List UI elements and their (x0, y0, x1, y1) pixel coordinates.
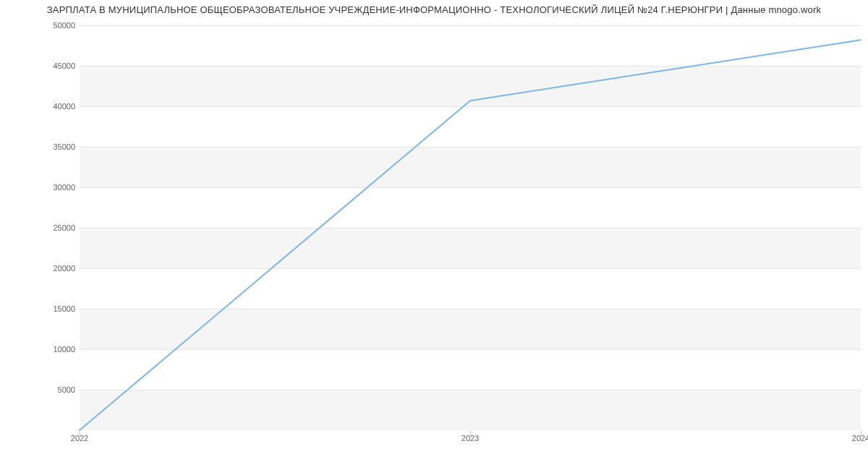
y-tick-label: 50000 (10, 21, 75, 30)
line-series (80, 25, 861, 430)
y-tick-label: 10000 (10, 345, 75, 354)
x-tick-mark (470, 430, 471, 436)
y-tick-label: 35000 (10, 142, 75, 151)
y-tick-label: 5000 (10, 385, 75, 394)
x-tick-label: 2024 (852, 434, 868, 443)
x-tick-mark (861, 430, 861, 436)
chart-title: ЗАРПЛАТА В МУНИЦИПАЛЬНОЕ ОБЩЕОБРАЗОВАТЕЛ… (0, 4, 868, 15)
chart-container: ЗАРПЛАТА В МУНИЦИПАЛЬНОЕ ОБЩЕОБРАЗОВАТЕЛ… (0, 0, 868, 470)
y-tick-label: 20000 (10, 264, 75, 273)
x-tick-mark (80, 430, 80, 436)
y-tick-label: 45000 (10, 61, 75, 70)
y-tick-label: 30000 (10, 183, 75, 192)
y-tick-label: 15000 (10, 304, 75, 313)
series-path (80, 40, 861, 430)
plot-area (80, 25, 861, 430)
y-tick-label: 25000 (10, 223, 75, 232)
y-tick-label: 40000 (10, 102, 75, 111)
